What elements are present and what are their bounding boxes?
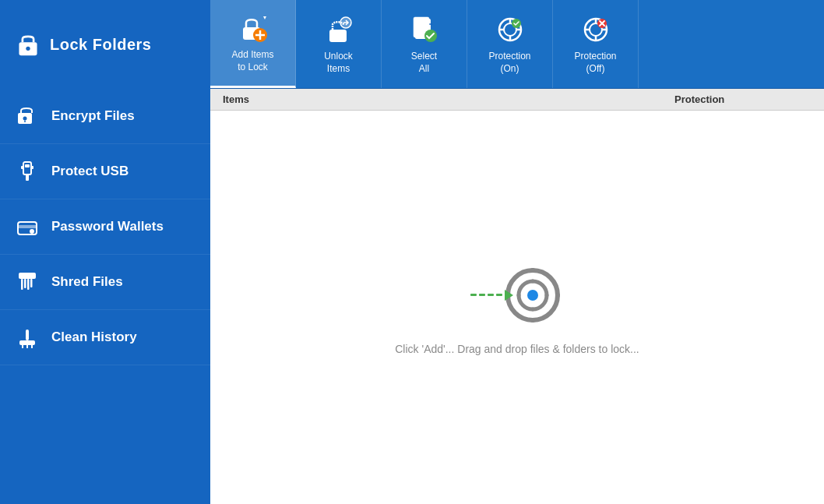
encrypt-files-label: Encrypt Files bbox=[51, 108, 135, 124]
password-wallets-icon bbox=[16, 215, 39, 238]
lock-folders-icon bbox=[16, 32, 40, 57]
svg-point-38 bbox=[30, 229, 34, 234]
toolbar-select-all[interactable]: SelectAll bbox=[382, 0, 467, 88]
select-all-label: SelectAll bbox=[411, 51, 437, 75]
password-wallets-label: Password Wallets bbox=[51, 219, 164, 234]
sidebar-item-shred-files[interactable]: Shred Files bbox=[0, 255, 210, 310]
svg-rect-35 bbox=[25, 164, 30, 167]
svg-rect-33 bbox=[21, 166, 23, 169]
svg-rect-40 bbox=[21, 279, 23, 290]
svg-rect-32 bbox=[26, 174, 29, 181]
protection-off-icon bbox=[579, 13, 612, 46]
main-layout: Encrypt Files Protect USB bbox=[0, 89, 824, 504]
protect-usb-label: Protect USB bbox=[51, 164, 129, 179]
svg-rect-43 bbox=[30, 279, 33, 287]
protection-off-label: Protection(Off) bbox=[574, 51, 616, 75]
toolbar: Add Itemsto Lock UnlockItems bbox=[210, 0, 824, 89]
svg-point-29 bbox=[23, 117, 27, 121]
protection-on-icon bbox=[494, 13, 526, 46]
protect-usb-icon bbox=[16, 160, 39, 183]
sidebar-item-clean-history[interactable]: Clean History bbox=[0, 310, 210, 365]
drop-hint-container: Click 'Add'... Drag and drop files & fol… bbox=[395, 260, 639, 355]
content-body: Click 'Add'... Drag and drop files & fol… bbox=[210, 111, 824, 504]
sidebar-item-password-wallets[interactable]: Password Wallets bbox=[0, 199, 210, 255]
col-items-header: Items bbox=[210, 93, 668, 105]
target-icon bbox=[470, 260, 564, 330]
toolbar-add-items[interactable]: Add Itemsto Lock bbox=[210, 0, 296, 88]
sidebar-item-protect-usb[interactable]: Protect USB bbox=[0, 144, 210, 199]
svg-rect-39 bbox=[19, 273, 36, 279]
svg-point-49 bbox=[527, 290, 538, 301]
col-protection-header: Protection bbox=[668, 93, 824, 105]
content-header: Items Protection bbox=[210, 89, 824, 111]
app-header: Lock Folders Add Itemsto Lock bbox=[0, 0, 824, 89]
add-items-label: Add Itemsto Lock bbox=[231, 49, 273, 73]
svg-rect-1 bbox=[26, 47, 30, 51]
content-area: Items Protection bbox=[210, 89, 824, 504]
unlock-items-label: UnlockItems bbox=[324, 51, 353, 75]
svg-rect-45 bbox=[26, 330, 29, 340]
header-title-area: Lock Folders bbox=[0, 0, 210, 89]
clean-history-label: Clean History bbox=[51, 330, 137, 345]
shred-files-label: Shred Files bbox=[51, 274, 123, 290]
toolbar-protection-off[interactable]: Protection(Off) bbox=[553, 0, 639, 88]
svg-rect-7 bbox=[329, 30, 347, 42]
unlock-items-icon bbox=[322, 13, 355, 46]
svg-rect-42 bbox=[27, 279, 30, 290]
svg-marker-6 bbox=[263, 16, 266, 19]
sidebar: Encrypt Files Protect USB bbox=[0, 89, 210, 504]
protection-on-label: Protection(On) bbox=[488, 51, 530, 75]
svg-rect-37 bbox=[18, 225, 37, 228]
toolbar-unlock-items[interactable]: UnlockItems bbox=[296, 0, 382, 88]
svg-rect-41 bbox=[24, 279, 26, 288]
encrypt-files-icon bbox=[16, 104, 39, 128]
toolbar-protection-on[interactable]: Protection(On) bbox=[467, 0, 553, 88]
svg-rect-31 bbox=[23, 162, 31, 174]
drop-hint-text: Click 'Add'... Drag and drop files & fol… bbox=[395, 343, 639, 355]
add-items-icon bbox=[237, 12, 269, 44]
sidebar-item-encrypt-files[interactable]: Encrypt Files bbox=[0, 89, 210, 144]
svg-rect-34 bbox=[31, 166, 33, 169]
app-title: Lock Folders bbox=[50, 36, 151, 54]
select-all-icon bbox=[408, 13, 441, 46]
clean-history-icon bbox=[16, 326, 39, 349]
shred-files-icon bbox=[16, 270, 39, 294]
